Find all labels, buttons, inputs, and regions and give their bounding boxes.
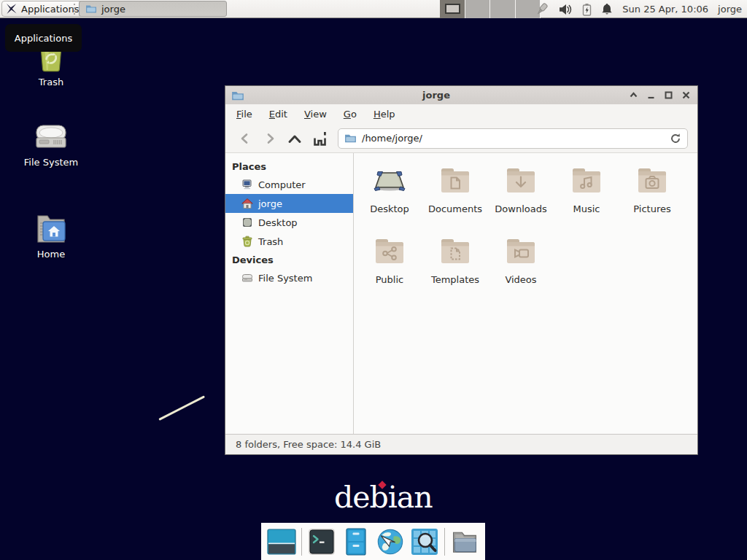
documents-folder-icon [438, 163, 473, 198]
notification-bell-icon[interactable] [601, 3, 613, 15]
menu-edit[interactable]: Edit [264, 106, 293, 122]
templates-folder-icon [438, 234, 473, 269]
desktop-icon-label: Trash [39, 77, 63, 88]
path-bar[interactable]: /home/jorge/ [338, 128, 688, 149]
dock-folder-icon[interactable] [450, 527, 479, 556]
file-manager-window: jorge File Edit View Go Help [225, 85, 698, 455]
drive-small-icon [241, 272, 253, 284]
desktop-icon-label: Home [37, 249, 65, 260]
volume-icon[interactable] [559, 4, 573, 15]
sidebar-item-desktop[interactable]: Desktop [225, 213, 353, 232]
desktop-icon-filesystem[interactable]: File System [15, 122, 88, 168]
statusbar-text: 8 folders, Free space: 14.4 GiB [236, 439, 381, 450]
menu-view[interactable]: View [299, 106, 332, 122]
toolbar: /home/jorge/ [225, 124, 697, 153]
workspace-window-preview [445, 4, 460, 14]
system-tray: Sun 25 Apr, 10:06 jorge [533, 0, 747, 18]
desktop-icon-home[interactable]: Home [15, 210, 88, 260]
trash-small-icon [241, 236, 253, 247]
file-item-label: Desktop [370, 203, 409, 214]
window-title: jorge [244, 90, 628, 101]
desktop-item-icon [372, 163, 407, 198]
file-manager-icon[interactable] [341, 527, 371, 556]
menubar: File Edit View Go Help [225, 104, 697, 124]
folder-icon [85, 3, 97, 15]
home-button[interactable] [307, 128, 332, 149]
clock[interactable]: Sun 25 Apr, 10:06 [622, 4, 708, 15]
up-button[interactable] [282, 128, 307, 149]
applications-tooltip: Applications [5, 24, 82, 52]
panel-handle[interactable] [74, 4, 77, 15]
file-item-videos[interactable]: Videos [488, 234, 554, 305]
menu-go[interactable]: Go [338, 106, 362, 122]
stylus-tool-icon[interactable] [533, 2, 549, 17]
music-folder-icon [569, 163, 604, 198]
taskbar-window-button[interactable]: jorge [79, 1, 227, 17]
dock-separator [444, 528, 445, 556]
file-item-pictures[interactable]: Pictures [619, 163, 685, 234]
debian-wallpaper-logo: debian [334, 480, 433, 515]
desktop-icon [241, 217, 253, 228]
close-button[interactable] [681, 90, 692, 101]
workspace-switcher[interactable] [440, 0, 541, 18]
menu-file[interactable]: File [231, 106, 258, 122]
sidebar: Places Computer jorge Desktop [225, 153, 354, 434]
file-item-public[interactable]: Public [357, 234, 422, 305]
pictures-folder-icon [635, 163, 670, 198]
file-item-label: Downloads [495, 203, 546, 214]
file-item-templates[interactable]: Templates [422, 234, 488, 305]
desktop-scratch-line [158, 395, 205, 420]
forward-button[interactable] [258, 128, 282, 149]
home-folder-icon [34, 210, 69, 245]
sidebar-header-places: Places [225, 158, 353, 175]
menu-help[interactable]: Help [368, 106, 400, 122]
shade-button[interactable] [628, 90, 639, 101]
sidebar-item-filesystem[interactable]: File System [225, 268, 353, 287]
path-text[interactable]: /home/jorge/ [362, 133, 665, 144]
file-item-documents[interactable]: Documents [422, 163, 488, 234]
sidebar-label: Desktop [258, 217, 298, 228]
file-item-downloads[interactable]: Downloads [488, 163, 554, 234]
xfce-logo-icon [6, 3, 18, 15]
public-folder-icon [372, 234, 407, 269]
show-desktop-icon[interactable] [267, 527, 296, 556]
file-item-music[interactable]: Music [554, 163, 619, 234]
computer-icon [241, 179, 253, 190]
sidebar-item-jorge[interactable]: jorge [225, 194, 353, 213]
dock [261, 523, 485, 560]
workspace-2[interactable] [465, 0, 491, 18]
file-item-label: Public [376, 274, 403, 285]
downloads-folder-icon [503, 163, 538, 198]
terminal-icon[interactable] [307, 527, 336, 556]
maximize-button[interactable] [663, 90, 674, 101]
window-titlebar[interactable]: jorge [225, 86, 697, 104]
minimize-button[interactable] [646, 90, 657, 101]
web-browser-icon[interactable] [376, 527, 405, 556]
statusbar: 8 folders, Free space: 14.4 GiB [225, 434, 697, 454]
battery-icon[interactable] [582, 3, 592, 16]
sidebar-item-computer[interactable]: Computer [225, 175, 353, 194]
hard-drive-icon [33, 122, 69, 153]
workspace-1[interactable] [440, 0, 465, 18]
session-username[interactable]: jorge [718, 4, 742, 15]
window-folder-icon [231, 89, 244, 102]
file-item-desktop[interactable]: Desktop [357, 163, 422, 234]
file-item-label: Documents [428, 203, 482, 214]
sidebar-label: jorge [258, 198, 282, 209]
home-icon [241, 198, 253, 209]
sidebar-label: Trash [258, 236, 283, 247]
applications-menu-button[interactable]: Applications [1, 1, 85, 17]
file-item-label: Videos [505, 274, 536, 285]
folder-view[interactable]: Desktop Documents [354, 153, 697, 434]
reload-icon[interactable] [670, 133, 681, 144]
top-panel: Applications jorge Sun 25 Apr, 10:06 jor… [0, 0, 747, 18]
sidebar-item-trash[interactable]: Trash [225, 232, 353, 251]
app-finder-icon[interactable] [410, 527, 439, 556]
taskbar-window-label: jorge [101, 4, 125, 15]
sidebar-label: Computer [258, 179, 306, 190]
dock-separator [301, 528, 302, 556]
desktop-icon-label: File System [24, 157, 78, 168]
workspace-3[interactable] [490, 0, 516, 18]
back-button[interactable] [233, 128, 258, 149]
applications-menu-label: Applications [21, 4, 79, 15]
